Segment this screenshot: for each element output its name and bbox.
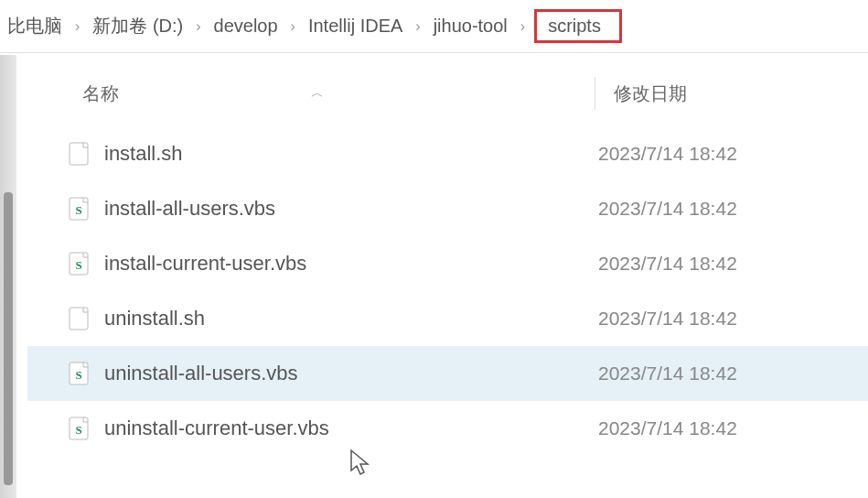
svg-text:S: S: [75, 368, 81, 382]
column-header-label: 名称: [82, 81, 119, 106]
file-name: install-current-user.vbs: [104, 252, 598, 276]
file-name: install.sh: [104, 142, 598, 166]
sort-caret-icon: ︿: [311, 85, 324, 102]
svg-text:S: S: [75, 258, 81, 272]
file-date: 2023/7/14 18:42: [598, 253, 737, 275]
file-name: uninstall-all-users.vbs: [104, 362, 598, 385]
file-row[interactable]: Sinstall-all-users.vbs2023/7/14 18:42: [27, 181, 868, 236]
file-row[interactable]: Suninstall-all-users.vbs2023/7/14 18:42: [27, 346, 868, 401]
vbs-file-icon: S: [68, 416, 90, 441]
file-name: uninstall.sh: [104, 307, 598, 330]
file-date: 2023/7/14 18:42: [598, 363, 737, 384]
file-name: uninstall-current-user.vbs: [104, 417, 598, 440]
column-headers: 名称 ︿ 修改日期: [27, 70, 868, 126]
svg-text:S: S: [75, 203, 81, 217]
vbs-file-icon: S: [68, 361, 90, 386]
vbs-file-icon: S: [68, 251, 90, 276]
chevron-right-icon: ›: [70, 18, 85, 35]
file-row[interactable]: uninstall.sh2023/7/14 18:42: [27, 291, 868, 346]
chevron-right-icon: ›: [410, 18, 425, 35]
breadcrumb-item[interactable]: 比电脑: [0, 12, 70, 40]
chevron-right-icon: ›: [190, 18, 206, 35]
column-header-label: 修改日期: [614, 83, 687, 103]
file-list-panel: 名称 ︿ 修改日期 install.sh2023/7/14 18:42Sinst…: [27, 53, 868, 456]
vbs-file-icon: S: [68, 196, 90, 222]
breadcrumb-item[interactable]: jihuo-tool: [426, 14, 515, 38]
column-header-date[interactable]: 修改日期: [614, 81, 687, 106]
breadcrumb-item-current[interactable]: scripts: [534, 9, 622, 43]
file-list: install.sh2023/7/14 18:42Sinstall-all-us…: [27, 126, 868, 456]
file-date: 2023/7/14 18:42: [598, 308, 737, 330]
file-date: 2023/7/14 18:42: [598, 143, 737, 165]
file-date: 2023/7/14 18:42: [598, 417, 737, 439]
column-header-name[interactable]: 名称 ︿: [27, 81, 595, 106]
file-row[interactable]: Suninstall-current-user.vbs2023/7/14 18:…: [27, 401, 868, 456]
chevron-right-icon: ›: [285, 18, 301, 35]
column-divider: [595, 77, 595, 110]
file-date: 2023/7/14 18:42: [598, 198, 737, 220]
breadcrumb-item[interactable]: develop: [207, 14, 285, 38]
scrollbar[interactable]: [0, 55, 16, 498]
file-row[interactable]: Sinstall-current-user.vbs2023/7/14 18:42: [27, 236, 868, 291]
breadcrumb-item[interactable]: Intellij IDEA: [301, 14, 410, 38]
svg-text:S: S: [75, 423, 81, 437]
file-name: install-all-users.vbs: [104, 197, 598, 221]
breadcrumb: 比电脑 › 新加卷 (D:) › develop › Intellij IDEA…: [0, 0, 868, 53]
file-row[interactable]: install.sh2023/7/14 18:42: [27, 126, 868, 181]
svg-rect-0: [70, 143, 88, 165]
chevron-right-icon: ›: [515, 18, 530, 35]
file-icon: [68, 141, 90, 167]
svg-rect-5: [70, 308, 88, 330]
file-icon: [68, 306, 90, 331]
breadcrumb-item[interactable]: 新加卷 (D:): [85, 12, 190, 40]
